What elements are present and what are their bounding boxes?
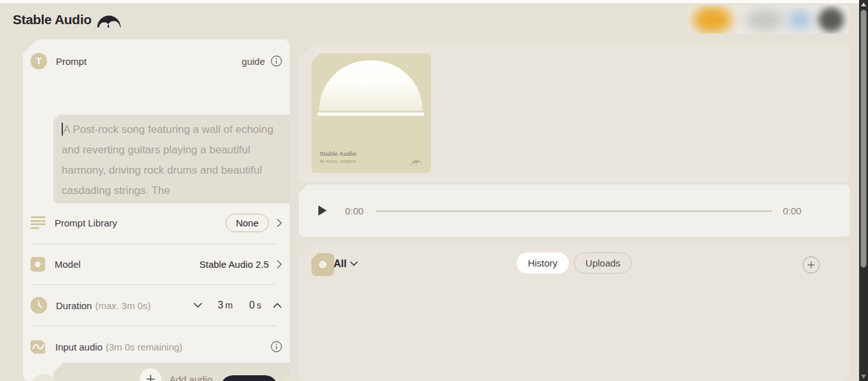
filter-type-icon[interactable] [311, 253, 334, 276]
filter-label[interactable]: All [334, 258, 346, 270]
add-audio-label: Add audio [170, 374, 213, 381]
new-generation-button[interactable] [803, 256, 820, 274]
clock-icon [31, 297, 47, 314]
avatar[interactable] [818, 8, 844, 32]
prompt-library-row[interactable]: Prompt Library None [31, 211, 282, 234]
generate-button-partial[interactable] [220, 375, 278, 381]
duration-minutes[interactable]: 3 m [218, 300, 233, 311]
duration-minutes-value: 3 [218, 300, 224, 311]
tab-uploads[interactable]: Uploads [574, 253, 632, 274]
prompt-scrollbar[interactable] [288, 116, 290, 202]
artwork-dome-graphic [319, 60, 423, 111]
prompt-library-value-pill[interactable]: None [226, 214, 269, 232]
library-panel: All History Uploads [299, 242, 850, 381]
artwork-title: Stable Audio [320, 150, 356, 157]
duration-seconds-value: 0 [249, 300, 255, 311]
scroll-down-icon[interactable] [861, 375, 866, 378]
plus-icon [140, 368, 161, 381]
brand[interactable]: Stable Audio [13, 11, 121, 28]
scroll-up-icon[interactable] [861, 3, 866, 6]
track-artwork[interactable]: Stable Audio AI music creation [311, 53, 431, 173]
seek-bar[interactable] [376, 211, 772, 212]
duration-increment-button[interactable] [273, 302, 282, 308]
page-scrollbar[interactable] [859, 0, 868, 381]
prompt-icon: T [31, 53, 47, 69]
prompt-input[interactable]: A Post-rock song featuring a wall of ech… [53, 114, 290, 204]
chevron-right-icon[interactable] [276, 260, 282, 269]
input-audio-icon [31, 339, 46, 354]
duration-seconds-unit: s [257, 300, 261, 310]
divider [31, 244, 276, 244]
prompt-library-icon [31, 216, 46, 229]
model-value: Stable Audio 2.5 [200, 259, 269, 270]
info-icon[interactable] [271, 55, 282, 67]
account-area-blurred[interactable] [688, 5, 849, 34]
scrollbar-thumb[interactable] [860, 10, 867, 268]
tab-history[interactable]: History [517, 253, 569, 274]
duration-seconds[interactable]: 0 s [249, 300, 261, 311]
library-tabs: History Uploads [517, 253, 632, 274]
artwork-bar-graphic [318, 113, 424, 116]
generation-sidebar: T Prompt guide A Post-rock song featurin… [23, 39, 290, 381]
chevron-right-icon[interactable] [276, 218, 282, 228]
prompt-header-row: T Prompt guide [31, 52, 282, 70]
menu-item-blurred [746, 9, 784, 31]
prompt-guide-link[interactable]: guide [241, 56, 265, 67]
input-audio-hint: (3m 0s remaining) [105, 342, 182, 352]
duration-minutes-unit: m [225, 300, 233, 310]
input-audio-label: Input audio [55, 342, 102, 352]
duration-hint: (max. 3m 0s) [95, 300, 151, 311]
model-label: Model [55, 259, 81, 270]
duration-label: Duration [56, 300, 92, 311]
chevron-down-icon[interactable] [349, 261, 358, 267]
audio-player: 0:00 0:00 [299, 184, 850, 237]
divider [31, 326, 276, 326]
total-time: 0:00 [783, 205, 801, 216]
prompt-library-label: Prompt Library [55, 218, 117, 228]
prompt-label: Prompt [56, 56, 86, 67]
duration-row: Duration (max. 3m 0s) 3 m 0 s [31, 294, 282, 317]
window-top-edge [0, 0, 859, 3]
brand-title: Stable Audio [13, 12, 92, 27]
play-button[interactable] [318, 205, 327, 216]
duration-decrement-button[interactable] [193, 302, 203, 308]
current-time: 0:00 [345, 205, 363, 216]
model-row[interactable]: Model Stable Audio 2.5 [31, 253, 282, 275]
credits-badge-blurred [693, 6, 732, 33]
info-icon[interactable] [271, 341, 282, 352]
artwork-subtitle: AI music creation [320, 158, 356, 164]
model-icon [31, 257, 45, 272]
artwork-logo-icon [411, 158, 422, 165]
upgrade-badge-blurred [788, 10, 812, 29]
prompt-placeholder-text: A Post-rock song featuring a wall of ech… [62, 120, 283, 201]
text-cursor [62, 123, 63, 135]
input-audio-row: Input audio (3m 0s remaining) [31, 336, 282, 357]
now-playing-panel: Stable Audio AI music creation [299, 43, 850, 183]
stable-audio-app: Stable Audio T Prompt guide A Post-rock … [0, 0, 868, 381]
divider [31, 284, 276, 285]
stable-audio-logo-icon [97, 11, 121, 28]
